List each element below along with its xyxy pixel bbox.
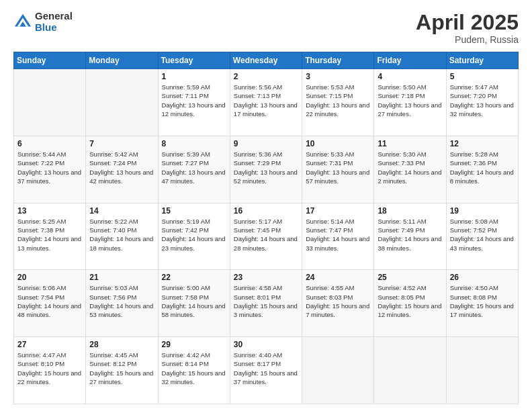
day-number: 25 xyxy=(378,273,442,282)
day-number: 3 xyxy=(306,72,370,81)
calendar-cell: 4Sunrise: 5:50 AM Sunset: 7:18 PM Daylig… xyxy=(374,69,446,136)
day-number: 10 xyxy=(306,139,370,148)
calendar-cell: 16Sunrise: 5:17 AM Sunset: 7:45 PM Dayli… xyxy=(230,203,302,270)
day-info: Sunrise: 5:19 AM Sunset: 7:42 PM Dayligh… xyxy=(162,217,226,253)
week-row-1: 6Sunrise: 5:44 AM Sunset: 7:22 PM Daylig… xyxy=(14,136,519,203)
calendar-cell: 30Sunrise: 4:40 AM Sunset: 8:17 PM Dayli… xyxy=(230,337,302,404)
calendar-cell: 14Sunrise: 5:22 AM Sunset: 7:40 PM Dayli… xyxy=(86,203,158,270)
day-number: 21 xyxy=(89,273,154,282)
day-info: Sunrise: 5:22 AM Sunset: 7:40 PM Dayligh… xyxy=(89,217,154,253)
day-info: Sunrise: 5:44 AM Sunset: 7:22 PM Dayligh… xyxy=(17,150,82,185)
calendar-table: Sunday Monday Tuesday Wednesday Thursday… xyxy=(13,52,519,404)
day-number: 8 xyxy=(162,139,226,148)
calendar-cell: 15Sunrise: 5:19 AM Sunset: 7:42 PM Dayli… xyxy=(158,203,230,270)
day-info: Sunrise: 5:50 AM Sunset: 7:18 PM Dayligh… xyxy=(378,83,442,118)
day-number: 7 xyxy=(89,139,154,148)
calendar-cell: 29Sunrise: 4:42 AM Sunset: 8:14 PM Dayli… xyxy=(158,337,230,404)
header: General Blue April 2025 Pudem, Russia xyxy=(13,11,519,45)
day-info: Sunrise: 4:58 AM Sunset: 8:01 PM Dayligh… xyxy=(234,283,298,319)
day-info: Sunrise: 4:40 AM Sunset: 8:17 PM Dayligh… xyxy=(234,351,298,386)
calendar-cell: 27Sunrise: 4:47 AM Sunset: 8:10 PM Dayli… xyxy=(14,337,86,404)
day-number: 28 xyxy=(89,340,154,349)
logo-icon xyxy=(13,13,32,32)
calendar-cell: 10Sunrise: 5:33 AM Sunset: 7:31 PM Dayli… xyxy=(302,136,374,203)
title-location: Pudem, Russia xyxy=(416,34,519,45)
day-number: 29 xyxy=(162,340,226,349)
day-info: Sunrise: 5:59 AM Sunset: 7:11 PM Dayligh… xyxy=(162,83,226,118)
day-info: Sunrise: 5:06 AM Sunset: 7:54 PM Dayligh… xyxy=(17,283,82,319)
day-number: 30 xyxy=(234,340,298,349)
calendar-cell: 3Sunrise: 5:53 AM Sunset: 7:15 PM Daylig… xyxy=(302,69,374,136)
title-block: April 2025 Pudem, Russia xyxy=(416,11,519,45)
calendar-cell: 28Sunrise: 4:45 AM Sunset: 8:12 PM Dayli… xyxy=(86,337,158,404)
calendar-header: Sunday Monday Tuesday Wednesday Thursday… xyxy=(14,52,519,69)
calendar-cell: 22Sunrise: 5:00 AM Sunset: 7:58 PM Dayli… xyxy=(158,270,230,337)
calendar-cell: 12Sunrise: 5:28 AM Sunset: 7:36 PM Dayli… xyxy=(446,136,518,203)
day-info: Sunrise: 5:30 AM Sunset: 7:33 PM Dayligh… xyxy=(378,150,442,185)
day-number: 1 xyxy=(162,72,226,81)
day-number: 13 xyxy=(17,206,82,216)
day-number: 11 xyxy=(378,139,442,148)
day-number: 24 xyxy=(306,273,370,282)
day-number: 20 xyxy=(17,273,82,282)
calendar-cell: 2Sunrise: 5:56 AM Sunset: 7:13 PM Daylig… xyxy=(230,69,302,136)
logo-blue-text: Blue xyxy=(35,22,73,34)
calendar-cell: 25Sunrise: 4:52 AM Sunset: 8:05 PM Dayli… xyxy=(374,270,446,337)
header-saturday: Saturday xyxy=(446,52,518,69)
day-number: 14 xyxy=(89,206,154,216)
calendar-cell: 1Sunrise: 5:59 AM Sunset: 7:11 PM Daylig… xyxy=(158,69,230,136)
calendar-cell: 9Sunrise: 5:36 AM Sunset: 7:29 PM Daylig… xyxy=(230,136,302,203)
day-number: 27 xyxy=(17,340,82,349)
calendar-cell xyxy=(374,337,446,404)
day-number: 5 xyxy=(450,72,515,81)
day-info: Sunrise: 4:55 AM Sunset: 8:03 PM Dayligh… xyxy=(306,283,370,319)
day-number: 23 xyxy=(234,273,298,282)
day-info: Sunrise: 5:08 AM Sunset: 7:52 PM Dayligh… xyxy=(450,217,515,253)
logo: General Blue xyxy=(13,11,73,33)
calendar-cell: 5Sunrise: 5:47 AM Sunset: 7:20 PM Daylig… xyxy=(446,69,518,136)
day-info: Sunrise: 5:17 AM Sunset: 7:45 PM Dayligh… xyxy=(234,217,298,253)
day-number: 19 xyxy=(450,206,515,216)
week-row-0: 1Sunrise: 5:59 AM Sunset: 7:11 PM Daylig… xyxy=(14,69,519,136)
day-info: Sunrise: 4:52 AM Sunset: 8:05 PM Dayligh… xyxy=(378,283,442,319)
calendar-cell: 6Sunrise: 5:44 AM Sunset: 7:22 PM Daylig… xyxy=(14,136,86,203)
header-monday: Monday xyxy=(86,52,158,69)
day-info: Sunrise: 4:47 AM Sunset: 8:10 PM Dayligh… xyxy=(17,351,82,386)
calendar-cell: 26Sunrise: 4:50 AM Sunset: 8:08 PM Dayli… xyxy=(446,270,518,337)
calendar-cell: 20Sunrise: 5:06 AM Sunset: 7:54 PM Dayli… xyxy=(14,270,86,337)
calendar-cell: 7Sunrise: 5:42 AM Sunset: 7:24 PM Daylig… xyxy=(86,136,158,203)
week-row-3: 20Sunrise: 5:06 AM Sunset: 7:54 PM Dayli… xyxy=(14,270,519,337)
day-number: 2 xyxy=(234,72,298,81)
day-number: 22 xyxy=(162,273,226,282)
calendar-cell: 24Sunrise: 4:55 AM Sunset: 8:03 PM Dayli… xyxy=(302,270,374,337)
calendar-cell: 23Sunrise: 4:58 AM Sunset: 8:01 PM Dayli… xyxy=(230,270,302,337)
week-row-4: 27Sunrise: 4:47 AM Sunset: 8:10 PM Dayli… xyxy=(14,337,519,404)
day-info: Sunrise: 5:28 AM Sunset: 7:36 PM Dayligh… xyxy=(450,150,515,185)
calendar-cell xyxy=(446,337,518,404)
page: General Blue April 2025 Pudem, Russia Su… xyxy=(0,0,532,411)
header-wednesday: Wednesday xyxy=(230,52,302,69)
week-row-2: 13Sunrise: 5:25 AM Sunset: 7:38 PM Dayli… xyxy=(14,203,519,270)
day-info: Sunrise: 5:11 AM Sunset: 7:49 PM Dayligh… xyxy=(378,217,442,253)
day-info: Sunrise: 5:39 AM Sunset: 7:27 PM Dayligh… xyxy=(162,150,226,185)
logo-text: General Blue xyxy=(35,11,73,33)
day-number: 26 xyxy=(450,273,515,282)
day-info: Sunrise: 5:03 AM Sunset: 7:56 PM Dayligh… xyxy=(89,283,154,319)
day-number: 18 xyxy=(378,206,442,216)
calendar-cell: 17Sunrise: 5:14 AM Sunset: 7:47 PM Dayli… xyxy=(302,203,374,270)
day-info: Sunrise: 5:56 AM Sunset: 7:13 PM Dayligh… xyxy=(234,83,298,118)
day-number: 9 xyxy=(234,139,298,148)
day-info: Sunrise: 5:36 AM Sunset: 7:29 PM Dayligh… xyxy=(234,150,298,185)
logo-general-text: General xyxy=(35,11,73,22)
calendar-cell: 21Sunrise: 5:03 AM Sunset: 7:56 PM Dayli… xyxy=(86,270,158,337)
day-number: 16 xyxy=(234,206,298,216)
day-number: 17 xyxy=(306,206,370,216)
day-number: 12 xyxy=(450,139,515,148)
day-info: Sunrise: 4:42 AM Sunset: 8:14 PM Dayligh… xyxy=(162,351,226,386)
day-info: Sunrise: 5:33 AM Sunset: 7:31 PM Dayligh… xyxy=(306,150,370,185)
day-info: Sunrise: 5:53 AM Sunset: 7:15 PM Dayligh… xyxy=(306,83,370,118)
day-info: Sunrise: 5:47 AM Sunset: 7:20 PM Dayligh… xyxy=(450,83,515,118)
header-thursday: Thursday xyxy=(302,52,374,69)
day-number: 6 xyxy=(17,139,82,148)
calendar-cell: 13Sunrise: 5:25 AM Sunset: 7:38 PM Dayli… xyxy=(14,203,86,270)
